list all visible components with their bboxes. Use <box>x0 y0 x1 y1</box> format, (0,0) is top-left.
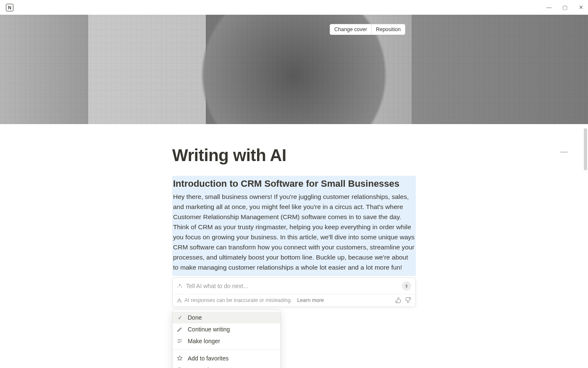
window-controls: — ▢ ✕ <box>546 4 584 11</box>
menu-item-favorites[interactable]: Add to favorites <box>173 352 280 364</box>
ai-action-menu: ✓ Done Continue writing Make longer <box>172 310 281 368</box>
ai-feedback <box>395 297 411 303</box>
menu-item-done[interactable]: ✓ Done <box>173 312 280 323</box>
menu-item-label: Add to favorites <box>188 355 228 362</box>
reposition-button[interactable]: Reposition <box>371 24 405 34</box>
body-paragraph[interactable]: Hey there, small business owners! If you… <box>172 191 416 273</box>
change-cover-button[interactable]: Change cover <box>330 24 371 34</box>
app-logo: N <box>6 4 13 11</box>
menu-item-try-again[interactable]: Try again <box>173 364 280 368</box>
pencil-icon <box>177 326 184 332</box>
ai-input-row <box>173 278 415 294</box>
thumbs-up-icon[interactable] <box>395 297 402 303</box>
menu-item-continue[interactable]: Continue writing <box>173 323 280 335</box>
selected-ai-block[interactable]: Introduction to CRM Software for Small B… <box>172 176 416 276</box>
menu-item-label: Continue writing <box>188 326 230 333</box>
collapse-handle-icon[interactable]: — <box>560 147 568 156</box>
cover-texture <box>0 15 588 124</box>
arrow-up-icon <box>404 283 409 289</box>
thumbs-down-icon[interactable] <box>405 297 411 303</box>
sub-heading[interactable]: Introduction to CRM Software for Small B… <box>172 176 416 191</box>
ai-disclaimer-text: AI responses can be inaccurate or mislea… <box>184 297 292 303</box>
page-title[interactable]: Writing with AI <box>172 146 416 165</box>
menu-item-longer[interactable]: Make longer <box>173 335 280 347</box>
window-titlebar: N — ▢ ✕ <box>0 0 588 15</box>
ai-send-button[interactable] <box>402 281 411 291</box>
menu-item-label: Make longer <box>188 338 220 344</box>
learn-more-link[interactable]: Learn more <box>297 297 324 303</box>
ai-footer: AI responses can be inaccurate or mislea… <box>173 294 415 307</box>
warning-icon <box>177 298 182 303</box>
sparkle-icon <box>177 283 183 289</box>
app-logo-letter: N <box>8 5 11 10</box>
ai-input[interactable] <box>186 283 399 289</box>
cover-actions: Change cover Reposition <box>330 24 405 35</box>
lines-icon <box>177 338 184 344</box>
menu-item-label: Done <box>188 314 202 321</box>
ai-prompt-panel: AI responses can be inaccurate or mislea… <box>172 278 416 307</box>
star-icon <box>177 355 184 361</box>
minimize-icon[interactable]: — <box>546 4 552 11</box>
scrollbar-thumb[interactable] <box>584 128 587 170</box>
menu-divider <box>173 349 280 350</box>
maximize-icon[interactable]: ▢ <box>562 4 568 11</box>
cover-image[interactable]: Change cover Reposition <box>0 15 588 124</box>
check-icon: ✓ <box>177 314 184 321</box>
page-content: Writing with AI Introduction to CRM Soft… <box>172 124 416 307</box>
close-window-icon[interactable]: ✕ <box>578 4 584 11</box>
